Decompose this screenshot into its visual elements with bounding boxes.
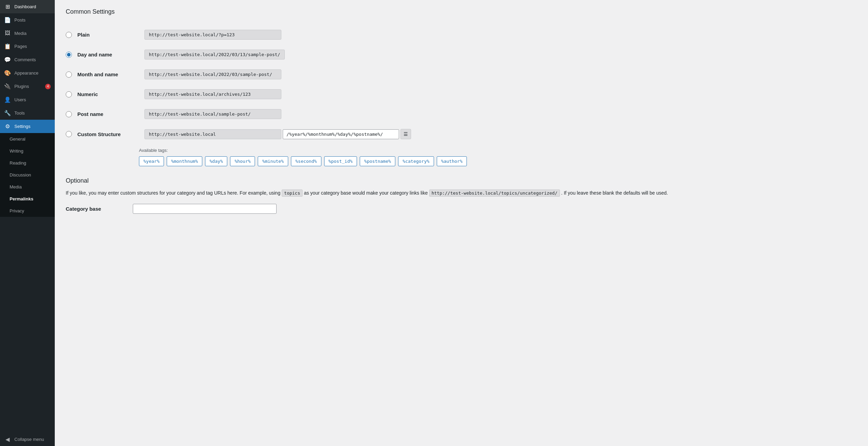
post-name-url: http://test-website.local/sample-post/ [144,109,281,119]
optional-title: Optional [66,177,857,184]
numeric-url: http://test-website.local/archives/123 [144,89,281,99]
tag-author[interactable]: %author% [437,156,467,166]
tag-year[interactable]: %year% [139,156,164,166]
sidebar-item-comments[interactable]: 💬 Comments [0,53,55,66]
optional-description: If you like, you may enter custom struct… [66,189,857,197]
numeric-option: Numeric http://test-website.local/archiv… [66,84,857,104]
sidebar: ⊞ Dashboard 📄 Posts 🖼 Media 📋 Pages 💬 Co… [0,0,55,446]
tag-second[interactable]: %second% [291,156,321,166]
submenu-label-permalinks: Permalinks [10,196,33,201]
month-and-name-radio[interactable] [66,71,72,78]
sidebar-label-media: Media [14,31,26,36]
sidebar-label-comments: Comments [14,57,36,62]
post-name-radio[interactable] [66,111,72,117]
collapse-icon: ◀ [4,436,11,443]
sidebar-item-appearance[interactable]: 🎨 Appearance [0,66,55,80]
comments-icon: 💬 [4,56,11,63]
sidebar-item-posts[interactable]: 📄 Posts [0,13,55,27]
category-base-label: Category base [66,206,127,212]
month-and-name-option: Month and name http://test-website.local… [66,65,857,84]
dashboard-icon: ⊞ [4,3,11,10]
sidebar-item-plugins[interactable]: 🔌 Plugins 4 [0,80,55,93]
tag-minute[interactable]: %minute% [258,156,288,166]
post-name-label: Post name [77,111,139,117]
sidebar-item-pages[interactable]: 📋 Pages [0,40,55,53]
available-tags-label: Available tags: [139,148,857,153]
sidebar-submenu-reading[interactable]: Reading [0,157,55,169]
pages-icon: 📋 [4,43,11,50]
plain-url: http://test-website.local/?p=123 [144,30,281,40]
collapse-menu-button[interactable]: ◀ Collapse menu [0,433,55,446]
month-and-name-url: http://test-website.local/2022/03/sample… [144,69,281,79]
common-settings-title: Common Settings [66,8,857,18]
sidebar-submenu-privacy[interactable]: Privacy [0,205,55,217]
numeric-radio[interactable] [66,91,72,97]
tools-icon: 🔧 [4,110,11,116]
sidebar-submenu-media[interactable]: Media [0,181,55,193]
sidebar-item-dashboard[interactable]: ⊞ Dashboard [0,0,55,13]
submenu-label-general: General [10,136,25,142]
main-content: Common Settings Plain http://test-websit… [55,0,868,446]
sidebar-submenu-writing[interactable]: Writing [0,145,55,157]
day-and-name-option: Day and name http://test-website.local/2… [66,45,857,65]
sidebar-label-pages: Pages [14,44,27,49]
sidebar-label-settings: Settings [14,124,30,129]
optional-section: Optional If you like, you may enter cust… [66,177,857,214]
sidebar-item-settings[interactable]: ⚙ Settings [0,120,55,133]
settings-icon: ⚙ [4,123,11,130]
posts-icon: 📄 [4,17,11,23]
sidebar-item-media[interactable]: 🖼 Media [0,27,55,40]
structure-list-button[interactable]: ☰ [400,129,411,139]
tag-post_id[interactable]: %post_id% [324,156,357,166]
custom-url-prefix: http://test-website.local [144,129,281,139]
topics-code: topics [282,189,303,197]
sidebar-submenu-general[interactable]: General [0,133,55,145]
sidebar-label-appearance: Appearance [14,70,38,76]
sidebar-label-dashboard: Dashboard [14,4,36,9]
tag-day[interactable]: %day% [205,156,227,166]
tag-monthnum[interactable]: %monthnum% [167,156,202,166]
plain-option: Plain http://test-website.local/?p=123 [66,25,857,45]
users-icon: 👤 [4,96,11,103]
custom-structure-label: Custom Structure [77,131,139,137]
plugins-badge: 4 [45,84,51,89]
plain-radio[interactable] [66,32,72,38]
optional-desc-after: . If you leave these blank the defaults … [561,190,668,196]
month-and-name-label: Month and name [77,71,139,77]
submenu-label-writing: Writing [10,148,23,154]
sidebar-item-users[interactable]: 👤 Users [0,93,55,106]
sidebar-label-plugins: Plugins [14,84,29,89]
collapse-label: Collapse menu [14,437,44,442]
tag-hour[interactable]: %hour% [230,156,255,166]
day-and-name-radio[interactable] [66,52,72,58]
post-name-option: Post name http://test-website.local/samp… [66,104,857,124]
category-base-input[interactable] [133,204,277,214]
numeric-label: Numeric [77,91,139,97]
category-base-row: Category base [66,204,857,214]
sidebar-label-posts: Posts [14,17,26,23]
plain-label: Plain [77,32,139,38]
tag-category[interactable]: %category% [398,156,434,166]
sidebar-submenu-discussion[interactable]: Discussion [0,169,55,181]
plugins-icon: 🔌 [4,83,11,90]
sidebar-submenu-permalinks[interactable]: Permalinks [0,193,55,205]
custom-structure-input[interactable] [283,129,399,139]
custom-structure-option: Custom Structure http://test-website.loc… [66,124,857,144]
optional-desc-before: If you like, you may enter custom struct… [66,190,280,196]
appearance-icon: 🎨 [4,70,11,76]
media-icon: 🖼 [4,30,11,36]
example-url-code: http://test-website.local/topics/uncateg… [429,189,560,197]
custom-structure-radio[interactable] [66,131,72,137]
sidebar-label-tools: Tools [14,110,25,116]
submenu-label-privacy: Privacy [10,208,24,213]
optional-desc-middle: as your category base would make your ca… [304,190,428,196]
submenu-label-reading: Reading [10,160,26,166]
submenu-label-discussion: Discussion [10,172,31,178]
day-and-name-url: http://test-website.local/2022/03/13/sam… [144,50,285,60]
submenu-label-media: Media [10,184,22,189]
day-and-name-label: Day and name [77,52,139,57]
tags-container: %year%%monthnum%%day%%hour%%minute%%seco… [139,156,857,166]
tag-postname[interactable]: %postname% [360,156,395,166]
sidebar-item-tools[interactable]: 🔧 Tools [0,106,55,120]
sidebar-label-users: Users [14,97,26,102]
